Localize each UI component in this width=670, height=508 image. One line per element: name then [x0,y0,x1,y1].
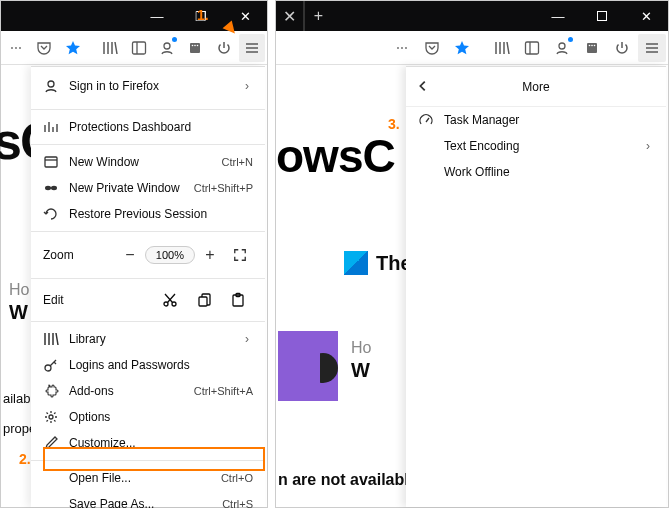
close-window-button[interactable]: ✕ [624,1,668,31]
bookmark-star-icon[interactable] [448,34,476,62]
extension-icon[interactable] [182,34,208,62]
dashboard-icon [43,119,59,135]
svg-point-25 [591,44,593,46]
svg-rect-20 [598,12,607,21]
menu-label: Task Manager [444,113,654,127]
app-menu-button[interactable] [239,34,265,62]
zoom-in-button[interactable]: + [195,241,225,269]
sidebar-icon[interactable] [126,34,152,62]
menu-label: Text Encoding [444,139,632,153]
minimize-button[interactable]: — [536,1,580,31]
copy-button[interactable] [187,286,221,314]
page-bg-text: W [351,359,370,382]
library-icon [43,331,59,347]
power-icon[interactable] [608,34,636,62]
restore-button[interactable] [580,1,624,31]
menu-customize[interactable]: Customize... [31,430,265,456]
account-icon [43,78,59,94]
pocket-icon[interactable] [418,34,446,62]
library-icon[interactable] [97,34,123,62]
power-icon[interactable] [210,34,236,62]
menu-label: Protections Dashboard [69,120,253,134]
menu-save-as[interactable]: Save Page As... Ctrl+S [31,491,265,508]
icon-spacer [43,470,59,486]
menu-restore-session[interactable]: Restore Previous Session [31,201,265,227]
account-icon[interactable] [548,34,576,62]
menu-addons[interactable]: Add-ons Ctrl+Shift+A [31,378,265,404]
icon-spacer [43,496,59,508]
menu-shortcut: Ctrl+Shift+P [194,182,253,194]
svg-rect-21 [526,42,539,54]
firefox-window-left: — ❐ ✕ ⋯ sC Ho W ailabl prope Sign in to … [0,0,268,508]
submenu-task-manager[interactable]: Task Manager [406,107,666,133]
menu-logins[interactable]: Logins and Passwords [31,352,265,378]
svg-point-22 [559,43,565,49]
page-bg-text: W [9,301,28,324]
svg-rect-7 [45,157,57,167]
zoom-out-button[interactable]: − [115,241,145,269]
annotation-marker-1: 1. [197,7,209,23]
chevron-right-icon: › [642,140,654,152]
menu-protections[interactable]: Protections Dashboard [31,114,265,140]
menu-new-private[interactable]: New Private Window Ctrl+Shift+P [31,175,265,201]
menu-separator [31,321,265,322]
key-icon [43,357,59,373]
chevron-right-icon: › [241,80,253,92]
menu-label: Open File... [69,471,211,485]
app-menu-button[interactable] [638,34,666,62]
menu-open-file[interactable]: Open File... Ctrl+O [31,465,265,491]
menu-separator [31,144,265,145]
sidebar-icon[interactable] [518,34,546,62]
ellipsis-icon[interactable]: ⋯ [388,34,416,62]
tab-close-button[interactable]: ✕ [276,1,304,31]
menu-library[interactable]: Library › [31,326,265,352]
svg-point-5 [197,44,199,46]
minimize-button[interactable]: — [135,1,179,31]
zoom-percent[interactable]: 100% [145,246,195,264]
pocket-icon[interactable] [31,34,57,62]
twc-logo-icon [344,251,368,275]
menu-label: Work Offline [444,165,654,179]
menu-separator [31,109,265,110]
menu-label: Library [69,332,231,346]
menu-new-window[interactable]: New Window Ctrl+N [31,149,265,175]
menu-zoom-row: Zoom − 100% + [31,236,265,274]
page-bg-text: Ho [9,281,29,299]
submenu-header: More [406,67,666,107]
library-icon[interactable] [488,34,516,62]
paint-icon [43,435,59,451]
menu-options[interactable]: Options [31,404,265,430]
svg-point-16 [49,415,53,419]
page-bg-graphic [278,331,338,401]
ellipsis-icon[interactable]: ⋯ [3,34,29,62]
menu-label: New Window [69,155,212,169]
back-button[interactable] [416,79,430,96]
submenu-text-encoding[interactable]: Text Encoding › [406,133,666,159]
menu-label: Save Page As... [69,497,212,508]
icon-spacer [418,138,434,154]
puzzle-icon [43,383,59,399]
cut-button[interactable] [153,286,187,314]
page-bg-text: owsC [276,129,395,183]
bookmark-star-icon[interactable] [60,34,86,62]
menu-label: Restore Previous Session [69,207,253,221]
submenu-work-offline[interactable]: Work Offline [406,159,666,185]
annotation-marker-3: 3. [388,116,400,132]
window-icon [43,154,59,170]
menu-separator [31,460,265,461]
menu-sign-in[interactable]: Sign in to Firefox › [31,67,265,105]
gear-icon [43,409,59,425]
icon-spacer [418,164,434,180]
paste-button[interactable] [221,286,255,314]
annotation-marker-2: 2. [19,451,31,467]
menu-label: Customize... [69,436,253,450]
menu-label: New Private Window [69,181,184,195]
more-submenu-panel: More Task Manager Text Encoding › Work O… [406,66,666,507]
new-tab-button[interactable]: + [304,1,332,31]
extension-icon[interactable] [578,34,606,62]
edit-label: Edit [41,293,153,307]
menu-label: Options [69,410,253,424]
fullscreen-button[interactable] [225,241,255,269]
account-icon[interactable] [154,34,180,62]
page-bg-text: ailabl [3,391,33,406]
